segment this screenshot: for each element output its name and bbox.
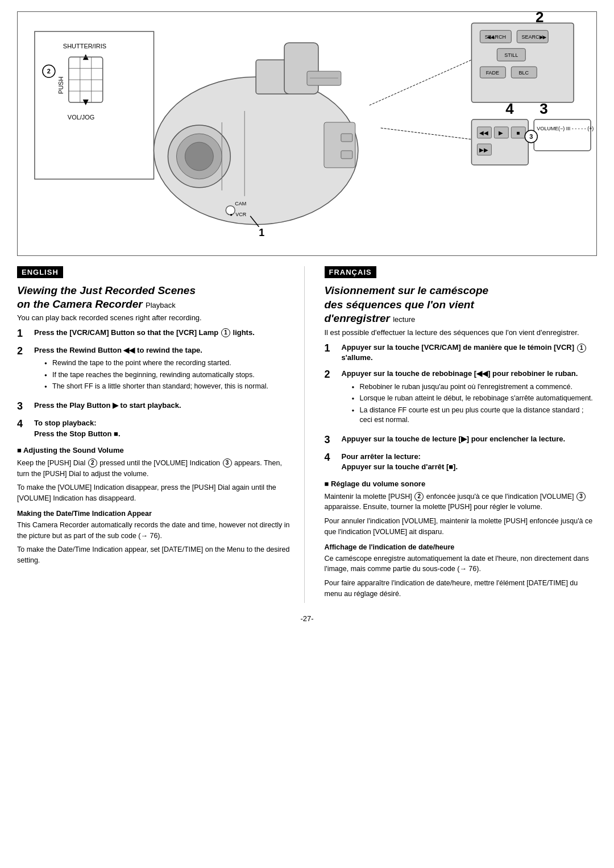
french-datetime-title: Affichage de l'indication de date/heure <box>325 543 598 551</box>
svg-rect-26 <box>341 134 352 142</box>
french-step-2: 2 Appuyer sur la touche de rebobinage [◀… <box>325 369 598 428</box>
svg-rect-51 <box>471 119 528 165</box>
svg-text:CAM: CAM <box>235 201 246 206</box>
french-step-4: 4 Pour arrêter la lecture:Appuyer sur la… <box>325 452 598 472</box>
svg-text:PUSH: PUSH <box>57 77 64 94</box>
english-step-2-bullets: Rewind the tape to the point where the r… <box>44 358 268 392</box>
french-datetime-body1: Ce caméscope enregistre automatiquement … <box>325 553 598 575</box>
svg-text:VCR: VCR <box>235 212 246 217</box>
svg-text:●: ● <box>230 212 233 217</box>
english-datetime-body1: This Camera Recorder automatically recor… <box>17 520 290 542</box>
svg-text:4: 4 <box>505 101 514 117</box>
svg-text:3: 3 <box>540 101 547 117</box>
english-datetime-body2: To make the Date/Time Indication appear,… <box>17 544 290 566</box>
french-step-2-bullets: Rebobiner le ruban jusqu'au point où l'e… <box>352 382 598 425</box>
svg-text:▶▶: ▶▶ <box>540 35 547 40</box>
french-intro: Il est possible d'effectuer la lecture d… <box>325 328 598 337</box>
english-column: ENGLISH Viewing the Just Recorded Scenes… <box>17 266 305 603</box>
svg-point-18 <box>185 142 213 171</box>
english-step-1: 1 Press the [VCR/CAM] Button so that the… <box>17 328 290 340</box>
svg-rect-20 <box>284 43 318 94</box>
english-step-2: 2 Press the Rewind Button ◀◀ to rewind t… <box>17 345 290 395</box>
svg-rect-1 <box>35 31 154 179</box>
svg-text:3: 3 <box>529 133 533 140</box>
svg-text:2: 2 <box>536 12 544 25</box>
content-columns: ENGLISH Viewing the Just Recorded Scenes… <box>17 266 597 603</box>
english-step-3: 3 Press the Play Button ▶ to start playb… <box>17 400 290 413</box>
svg-text:BLC: BLC <box>519 70 529 76</box>
svg-text:▶: ▶ <box>499 130 503 136</box>
english-sound-title: Adjusting the Sound Volume <box>17 446 290 454</box>
svg-text:◀◀: ◀◀ <box>487 35 495 40</box>
svg-text:FADE: FADE <box>486 70 499 76</box>
english-sound-body2: To make the [VOLUME] Indication disappea… <box>17 482 290 504</box>
diagram-box: SHUTTER/IRIS PUSH VOL/JOG 2 <box>17 11 597 256</box>
svg-text:1: 1 <box>259 227 264 238</box>
english-sound-body1: Keep the [PUSH] Dial 2 pressed until the… <box>17 458 290 480</box>
page-number: -27- <box>17 614 597 623</box>
english-datetime-title: Making the Date/Time Indication Appear <box>17 510 290 518</box>
svg-text:STILL: STILL <box>504 52 518 58</box>
page: SHUTTER/IRIS PUSH VOL/JOG 2 <box>0 0 614 868</box>
camera-diagram: SHUTTER/IRIS PUSH VOL/JOG 2 <box>18 12 596 255</box>
french-step-1: 1 Appuyer sur la touche [VCR/CAM] de man… <box>325 342 598 363</box>
french-title-main: Visionnement sur le caméscope des séquen… <box>325 284 598 326</box>
svg-text:■: ■ <box>516 130 520 136</box>
svg-text:VOLUME(−) III - - - - - (+): VOLUME(−) III - - - - - (+) <box>537 126 594 131</box>
svg-rect-27 <box>341 151 352 159</box>
french-sound-body2: Pour annuler l'indication [VOLUME], main… <box>325 516 598 538</box>
french-sound-body1: Maintenir la molette [PUSH] 2 enfoncée j… <box>325 491 598 513</box>
french-column: FRANÇAIS Visionnement sur le caméscope d… <box>322 266 598 603</box>
svg-text:◀◀: ◀◀ <box>479 130 488 136</box>
french-step-3: 3 Appuyer sur la touche de lecture [▶] p… <box>325 434 598 447</box>
svg-text:2: 2 <box>47 68 51 75</box>
english-lang-header: ENGLISH <box>17 266 63 278</box>
svg-text:SHUTTER/IRIS: SHUTTER/IRIS <box>63 43 106 49</box>
english-title-main: Viewing the Just Recorded Scenes on the … <box>17 284 290 311</box>
french-lang-header: FRANÇAIS <box>325 266 376 278</box>
svg-rect-25 <box>324 122 355 168</box>
english-step-4: 4 To stop playback:Press the Stop Button… <box>17 418 290 439</box>
svg-text:▶▶: ▶▶ <box>479 147 488 153</box>
french-sound-title: Réglage du volume sonore <box>325 480 598 488</box>
french-datetime-body2: Pour faire apparaître l'indication de da… <box>325 578 598 600</box>
english-intro: You can play back recorded scenes right … <box>17 313 290 322</box>
svg-rect-60 <box>534 119 591 151</box>
svg-text:VOL/JOG: VOL/JOG <box>68 114 95 121</box>
